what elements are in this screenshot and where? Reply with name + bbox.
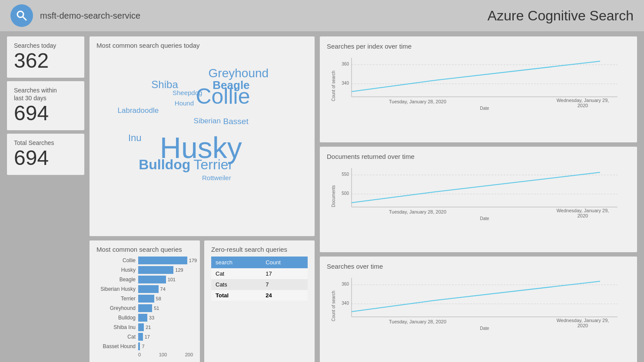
bar-row: Beagle101 <box>96 276 193 283</box>
col-search: search <box>211 257 261 268</box>
searches-over-time-chart: 360 340 Count of search Tuesday, January… <box>327 273 630 330</box>
bar-track: 129 <box>138 266 193 274</box>
bar-track: 101 <box>138 276 193 283</box>
count-cell: 17 <box>261 268 308 279</box>
bar-row: Shiba Inu21 <box>96 323 193 331</box>
wordcloud: GreyhoundShibaBeagleSheepdogHoundCollieL… <box>96 53 308 226</box>
bar-value: 74 <box>160 286 166 292</box>
bar-fill <box>138 342 140 350</box>
word-cloud-word: Inu <box>128 132 142 144</box>
searches-30-card: Searches within last 30 days 694 <box>7 81 84 130</box>
stats-column: Searches today 362 Searches within last … <box>7 36 84 362</box>
app-title: Azure Cognitive Search <box>488 8 634 24</box>
word-cloud-word: Collie <box>196 84 250 109</box>
count-cell: 7 <box>261 279 308 290</box>
bar-label: Siberian Husky <box>96 286 136 292</box>
bar-value: 17 <box>145 334 150 339</box>
bar-fill <box>138 323 144 331</box>
header: msft-demo-search-service Azure Cognitive… <box>0 0 644 31</box>
bar-track: 179 <box>138 257 193 264</box>
svg-text:Tuesday, January 28, 2020: Tuesday, January 28, 2020 <box>389 209 446 214</box>
table-header-row: search Count <box>211 257 308 268</box>
svg-text:Count of search: Count of search <box>331 71 336 102</box>
bar-container: Collie179Husky129Beagle101Siberian Husky… <box>96 257 193 350</box>
bar-row: Terrier58 <box>96 295 193 303</box>
header-left: msft-demo-search-service <box>10 4 140 27</box>
svg-text:340: 340 <box>342 301 349 306</box>
bar-fill <box>138 266 173 274</box>
bar-track: 51 <box>138 304 193 312</box>
bar-fill <box>138 285 159 293</box>
bar-row: Siberian Husky74 <box>96 285 193 293</box>
svg-text:550: 550 <box>342 172 349 177</box>
searches-30-value: 694 <box>14 102 77 125</box>
word-cloud-word: Labradoodle <box>118 106 159 115</box>
svg-text:500: 500 <box>342 191 349 196</box>
total-searches-card: Total Searches 694 <box>7 134 84 175</box>
word-cloud-word: Bulldog <box>139 157 190 173</box>
bar-label: Shiba Inu <box>96 324 136 330</box>
svg-text:2020: 2020 <box>578 323 588 328</box>
word-cloud-word: Hound <box>175 99 194 107</box>
bar-track: 7 <box>138 342 193 350</box>
bar-row: Husky129 <box>96 266 193 274</box>
bar-label: Husky <box>96 267 136 273</box>
barchart-card: Most common search queries Collie179Husk… <box>90 240 200 362</box>
table-footer-row: Total 24 <box>211 290 308 301</box>
svg-text:Wednesday, January 29,: Wednesday, January 29, <box>557 98 609 103</box>
svg-text:Wednesday, January 29,: Wednesday, January 29, <box>557 208 609 213</box>
searches-per-index-card: Searches per index over time 360 340 Cou… <box>320 36 637 142</box>
col-count: Count <box>261 257 308 268</box>
bar-fill <box>138 295 154 303</box>
bar-value: 58 <box>156 296 161 301</box>
svg-text:360: 360 <box>342 62 349 66</box>
logo-icon <box>10 4 33 27</box>
bar-track: 58 <box>138 295 193 303</box>
total-value: 24 <box>261 290 308 301</box>
axis-tick: 0 <box>138 352 141 357</box>
word-cloud-word: Basset <box>223 117 249 126</box>
searches-today-card: Searches today 362 <box>7 36 84 78</box>
axis-tick: 200 <box>185 352 193 357</box>
bar-value: 7 <box>142 344 144 349</box>
bar-row: Bulldog33 <box>96 314 193 322</box>
search-cell: Cat <box>211 268 261 279</box>
bottom-row: Most common search queries Collie179Husk… <box>90 240 315 362</box>
wordcloud-card: Most common search queries today Greyhou… <box>90 36 315 236</box>
main-content: Searches today 362 Searches within last … <box>0 31 644 362</box>
bar-label: Terrier <box>96 296 136 302</box>
svg-text:Date: Date <box>480 106 489 110</box>
bar-value: 51 <box>154 306 159 311</box>
table-row: Cats7 <box>211 279 308 290</box>
bar-track: 74 <box>138 285 193 293</box>
search-cell: Cats <box>211 279 261 290</box>
zero-result-card: Zero-result search queries search Count … <box>204 240 315 362</box>
bar-fill <box>138 314 147 322</box>
svg-text:Date: Date <box>480 326 489 330</box>
bar-fill <box>138 304 152 312</box>
searches-today-label: Searches today <box>14 42 77 49</box>
svg-text:2020: 2020 <box>578 103 588 108</box>
svg-text:Tuesday, January 28, 2020: Tuesday, January 28, 2020 <box>389 99 446 104</box>
bar-value: 21 <box>146 325 151 330</box>
documents-returned-svg: 550 500 Documents Tuesday, January 28, 2… <box>327 164 630 220</box>
bar-fill <box>138 276 166 283</box>
word-cloud-word: Siberian <box>194 117 221 125</box>
bar-track: 21 <box>138 323 193 331</box>
bar-label: Bulldog <box>96 315 136 321</box>
documents-returned-chart: 550 500 Documents Tuesday, January 28, 2… <box>327 164 630 220</box>
svg-text:Documents: Documents <box>331 185 336 207</box>
bar-fill <box>138 333 143 341</box>
barchart-title: Most common search queries <box>96 246 193 253</box>
documents-returned-title: Documents returned over time <box>327 153 630 160</box>
documents-returned-card: Documents returned over time 550 500 Doc… <box>320 147 637 253</box>
bar-value: 129 <box>175 267 183 273</box>
bar-label: Greyhound <box>96 305 136 311</box>
searches-over-time-card: Searches over time 360 340 Count of sear… <box>320 257 637 362</box>
bar-fill <box>138 257 187 264</box>
bar-value: 101 <box>168 277 176 282</box>
bar-label: Cat <box>96 334 136 340</box>
svg-line-1 <box>23 16 26 20</box>
word-cloud-word: Rottweiler <box>202 174 231 181</box>
bar-track: 33 <box>138 314 193 322</box>
